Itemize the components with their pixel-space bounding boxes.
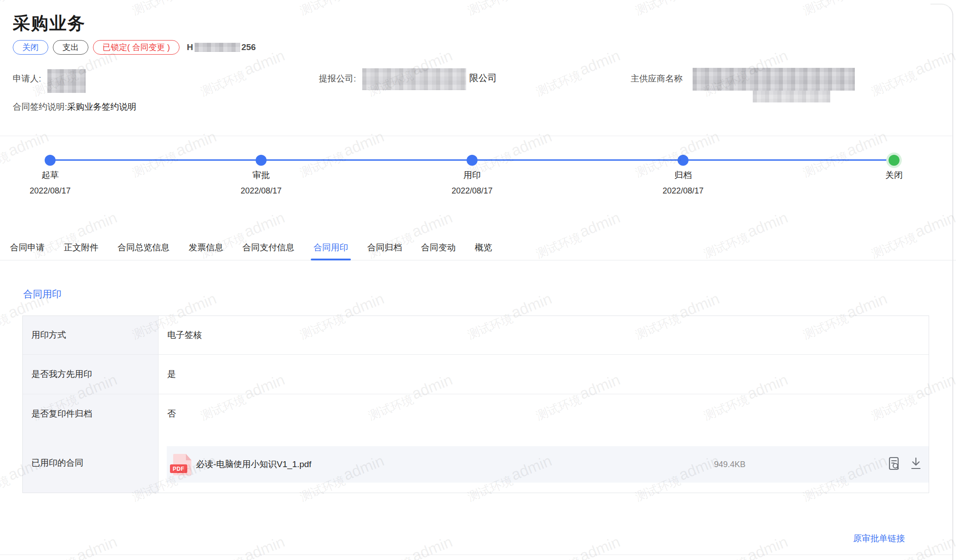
watermark-text: 测试环境 bbox=[130, 148, 180, 181]
watermark-text: 测试环境 bbox=[633, 0, 683, 19]
attachment-size: 949.4KB bbox=[714, 446, 745, 483]
redacted-supplier-name bbox=[693, 68, 855, 91]
timeline-step: 归档2022/08/17 bbox=[633, 169, 733, 196]
watermark-text: 测试环境 bbox=[801, 0, 851, 19]
preview-icon[interactable] bbox=[888, 456, 901, 471]
tab-item-active[interactable]: 合同用印 bbox=[313, 235, 349, 260]
timeline-step: 用印2022/08/17 bbox=[422, 169, 522, 196]
watermark-text: admin bbox=[5, 127, 51, 160]
procurement-contract-page: 采购业务 关闭支出已锁定( 合同变更 ) H 256 申请人: 提报公司: 限公… bbox=[0, 0, 956, 560]
applicant-label: 申请人: bbox=[13, 73, 41, 85]
company-name-suffix: 限公司 bbox=[469, 72, 497, 84]
row-label: 已用印的合同 bbox=[23, 433, 159, 493]
timeline-dot-done bbox=[45, 155, 56, 166]
status-badge: 已锁定( 合同变更 ) bbox=[93, 40, 180, 55]
timeline-dot-done bbox=[467, 155, 478, 166]
watermark-text: admin bbox=[844, 127, 889, 160]
watermark-text: admin bbox=[912, 46, 956, 79]
sign-note-label: 合同签约说明: bbox=[13, 102, 67, 112]
sign-note: 合同签约说明:采购业务签约说明 bbox=[13, 101, 136, 113]
header-divider bbox=[0, 136, 953, 136]
watermark-text: admin bbox=[577, 46, 622, 79]
tab-item[interactable]: 合同归档 bbox=[366, 235, 403, 260]
watermark-text: 测试环境 bbox=[534, 67, 584, 100]
tab-item[interactable]: 正文附件 bbox=[63, 235, 99, 260]
watermark-text: admin bbox=[577, 533, 622, 560]
timeline-dot-current bbox=[889, 155, 899, 166]
timeline-step-name: 起草 bbox=[0, 169, 100, 181]
status-badges: 关闭支出已锁定( 合同变更 ) H 256 bbox=[13, 40, 256, 55]
tab-item[interactable]: 发票信息 bbox=[188, 235, 224, 260]
supplier-label: 主供应商名称 bbox=[631, 73, 683, 85]
watermark-text: admin bbox=[745, 533, 790, 560]
timeline-step-name: 用印 bbox=[422, 169, 522, 181]
watermark-text: 测试环境 bbox=[869, 67, 919, 100]
watermark-text: 测试环境 bbox=[0, 311, 12, 343]
row-value: 是 bbox=[159, 355, 929, 394]
watermark-text: admin bbox=[409, 533, 455, 560]
timeline-step-date: 2022/08/17 bbox=[633, 186, 733, 196]
timeline-step-date: 2022/08/17 bbox=[422, 186, 522, 196]
timeline-step-date: 2022/08/17 bbox=[211, 186, 311, 196]
watermark-text: 测试环境 bbox=[198, 67, 248, 100]
section-title: 合同用印 bbox=[23, 288, 62, 300]
contract-number: H 256 bbox=[187, 42, 256, 52]
timeline-dot-done bbox=[678, 155, 689, 166]
contract-number-suffix: 256 bbox=[242, 42, 256, 52]
tab-item[interactable]: 概览 bbox=[474, 235, 493, 260]
watermark-text: admin bbox=[173, 127, 219, 160]
page-title: 采购业务 bbox=[13, 12, 86, 35]
watermark-text: admin bbox=[341, 127, 386, 160]
watermark-text: 测试环境 bbox=[0, 0, 12, 19]
watermark-text: admin bbox=[509, 127, 554, 160]
timeline-step: 审批2022/08/17 bbox=[211, 169, 311, 196]
row-value: 否 bbox=[159, 394, 929, 433]
bottom-divider bbox=[0, 555, 953, 555]
watermark-text: 测试环境 bbox=[0, 473, 12, 505]
timeline-step-date: 2022/08/17 bbox=[0, 186, 100, 196]
panel-corner bbox=[930, 4, 953, 26]
original-approval-link[interactable]: 原审批单链接 bbox=[853, 533, 905, 545]
pdf-icon-tag: PDF bbox=[170, 464, 187, 473]
timeline-dot-done bbox=[256, 155, 267, 166]
attachment-name: 必读-电脑使用小知识V1_1.pdf bbox=[196, 446, 311, 483]
redacted-company-name bbox=[362, 68, 466, 90]
table-row: 是否复印件归档否 bbox=[23, 394, 929, 433]
watermark-text: 测试环境 bbox=[465, 0, 515, 19]
watermark-text: admin bbox=[74, 533, 119, 560]
status-badge: 支出 bbox=[53, 40, 88, 55]
redacted-applicant-name bbox=[47, 69, 86, 93]
pdf-icon: PDF bbox=[173, 454, 191, 475]
redacted-contract-number bbox=[195, 43, 240, 52]
tab-item[interactable]: 合同申请 bbox=[9, 235, 46, 260]
timeline-step-name: 关闭 bbox=[844, 169, 944, 181]
tab-item[interactable]: 合同总览信息 bbox=[117, 235, 170, 260]
timeline-step-name: 审批 bbox=[211, 169, 311, 181]
timeline-step-name: 归档 bbox=[633, 169, 733, 181]
timeline-step: 关闭 bbox=[844, 169, 944, 181]
tab-item[interactable]: 合同变动 bbox=[420, 235, 457, 260]
tab-bar: 合同申请正文附件合同总览信息发票信息合同支付信息合同用印合同归档合同变动概览 bbox=[0, 235, 956, 260]
row-label: 是否我方先用印 bbox=[23, 355, 159, 394]
table-row: 已用印的合同 PDF 必读-电脑使用小知识V1_1.pdf 949.4KB bbox=[23, 433, 929, 493]
row-label: 用印方式 bbox=[23, 316, 159, 354]
download-icon[interactable] bbox=[909, 456, 923, 471]
attachment-item: PDF 必读-电脑使用小知识V1_1.pdf 949.4KB bbox=[167, 446, 929, 483]
watermark-text: admin bbox=[242, 533, 287, 560]
contract-number-prefix: H bbox=[187, 42, 193, 52]
row-value: 电子签核 bbox=[159, 316, 929, 354]
timeline-step: 起草2022/08/17 bbox=[0, 169, 100, 196]
row-label: 是否复印件归档 bbox=[23, 394, 159, 433]
watermark-text: admin bbox=[912, 533, 956, 560]
sign-note-value: 采购业务签约说明 bbox=[67, 102, 136, 112]
tab-item[interactable]: 合同支付信息 bbox=[242, 235, 295, 260]
watermark-text: 测试环境 bbox=[130, 0, 180, 19]
watermark-text: 测试环境 bbox=[298, 0, 348, 19]
row-value-cell: PDF 必读-电脑使用小知识V1_1.pdf 949.4KB bbox=[159, 433, 929, 493]
table-row: 用印方式电子签核 bbox=[23, 316, 929, 355]
panel-right-edge bbox=[952, 14, 953, 560]
redacted-supplier-name-2 bbox=[753, 91, 830, 102]
table-row: 是否我方先用印是 bbox=[23, 355, 929, 394]
watermark-text: 测试环境 bbox=[801, 148, 851, 181]
status-badge: 关闭 bbox=[13, 40, 48, 55]
